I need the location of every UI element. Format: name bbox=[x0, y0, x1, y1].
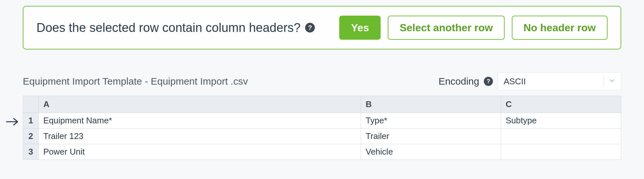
file-name: Equipment Import Template - Equipment Im… bbox=[23, 76, 248, 87]
data-preview-table: A B C 1 Equipment Name* Type* Subtype 2 … bbox=[23, 96, 621, 160]
cell: Subtype bbox=[501, 113, 621, 129]
chevron-down-icon bbox=[609, 77, 616, 86]
column-header-row: A B C bbox=[23, 96, 621, 113]
table-row[interactable]: 1 Equipment Name* Type* Subtype bbox=[23, 113, 621, 129]
prompt-question: Does the selected row contain column hea… bbox=[36, 21, 301, 35]
yes-button[interactable]: Yes bbox=[339, 16, 381, 40]
table-row[interactable]: 3 Power Unit Vehicle bbox=[23, 144, 621, 160]
cell: Type* bbox=[361, 113, 501, 129]
column-header[interactable]: B bbox=[361, 96, 501, 113]
cell bbox=[501, 144, 621, 160]
row-pointer-icon bbox=[6, 117, 20, 128]
header-row-prompt: Does the selected row contain column hea… bbox=[23, 6, 621, 49]
help-icon[interactable]: ? bbox=[305, 23, 315, 33]
column-header[interactable]: C bbox=[501, 96, 621, 113]
encoding-group: Encoding ? ASCII bbox=[439, 72, 621, 90]
prompt-left: Does the selected row contain column hea… bbox=[36, 21, 315, 35]
select-divider bbox=[604, 76, 604, 87]
prompt-actions: Yes Select another row No header row bbox=[339, 16, 608, 40]
cell bbox=[501, 129, 621, 144]
table-area: A B C 1 Equipment Name* Type* Subtype 2 … bbox=[23, 96, 621, 160]
cell: Equipment Name* bbox=[39, 113, 361, 129]
cell: Trailer bbox=[361, 129, 501, 144]
encoding-label: Encoding bbox=[439, 76, 479, 87]
table-row[interactable]: 2 Trailer 123 Trailer bbox=[23, 129, 621, 144]
help-icon[interactable]: ? bbox=[484, 77, 493, 86]
encoding-value: ASCII bbox=[504, 76, 526, 87]
corner-cell bbox=[23, 96, 39, 113]
cell: Vehicle bbox=[361, 144, 501, 160]
encoding-select[interactable]: ASCII bbox=[497, 72, 621, 90]
row-number: 2 bbox=[23, 129, 39, 144]
no-header-row-button[interactable]: No header row bbox=[512, 16, 608, 40]
cell: Power Unit bbox=[39, 144, 361, 160]
row-number: 1 bbox=[23, 113, 39, 129]
column-header[interactable]: A bbox=[39, 96, 361, 113]
cell: Trailer 123 bbox=[39, 129, 361, 144]
select-another-row-button[interactable]: Select another row bbox=[388, 16, 504, 40]
row-number: 3 bbox=[23, 144, 39, 160]
file-row: Equipment Import Template - Equipment Im… bbox=[23, 72, 621, 90]
